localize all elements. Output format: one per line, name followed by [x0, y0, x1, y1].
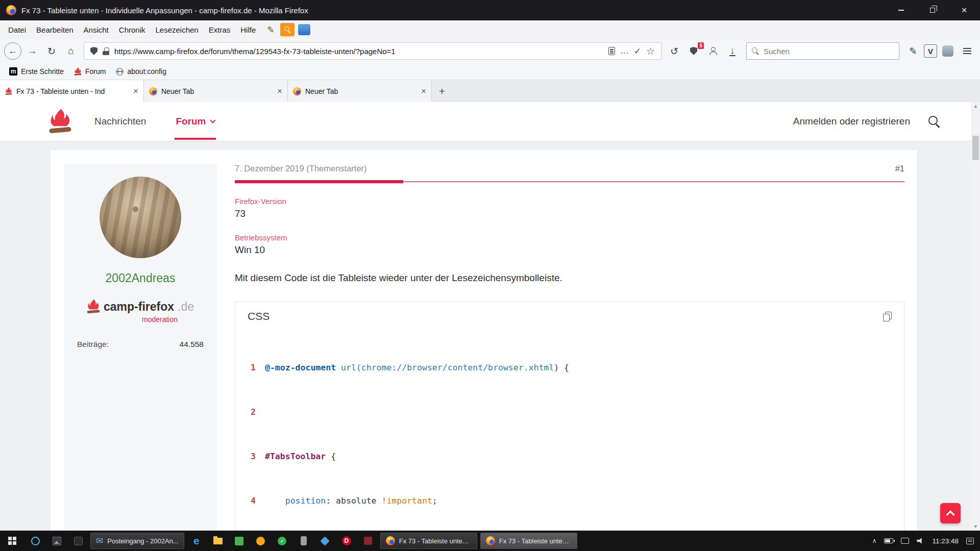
history-icon[interactable]: ↺: [666, 42, 683, 60]
menu-bearbeiten[interactable]: Bearbeiten: [31, 20, 79, 39]
post-body-text: Mit diesem Code ist die Tableiste wieder…: [235, 272, 904, 284]
chevron-up-icon: [946, 510, 955, 519]
url-bar[interactable]: … ✓ ☆: [84, 42, 662, 60]
task-firefox-1[interactable]: Fx 73 - Tableiste unten...: [380, 533, 477, 549]
taskbar-pinned-app-1[interactable]: [24, 531, 46, 551]
tab-neuer-tab-1[interactable]: Neuer Tab ×: [144, 80, 288, 102]
taskbar-pinned-app-11[interactable]: D: [336, 531, 357, 551]
app-icon: [321, 536, 330, 545]
window-controls: ×: [885, 0, 980, 20]
author-brand: camp-firefox.de: [64, 299, 217, 314]
campfire-logo[interactable]: [48, 108, 72, 135]
folder-addon-icon[interactable]: [297, 23, 311, 36]
brand-name: camp-firefox: [104, 300, 174, 314]
task-mail-client[interactable]: ✉ Posteingang - 2002An...: [90, 533, 184, 549]
task-firefox-2[interactable]: Fx 73 - Tableiste unten...: [480, 533, 577, 549]
tray-expand-icon[interactable]: ∧: [872, 537, 877, 544]
page-scrollbar[interactable]: ▲ ▼: [971, 102, 980, 531]
menu-chronik[interactable]: Chronik: [114, 20, 151, 39]
reader-mode-icon[interactable]: [608, 47, 615, 55]
violentmonkey-addon-icon[interactable]: V: [924, 44, 937, 58]
bookmark-about-config[interactable]: about:config: [111, 63, 171, 80]
restore-icon: [930, 8, 935, 13]
note-addon-icon[interactable]: ✎: [263, 23, 278, 36]
taskbar-pinned-app-10[interactable]: [314, 531, 336, 551]
menu-lesezeichen[interactable]: Lesezeichen: [150, 20, 203, 39]
menu-datei[interactable]: Datei: [3, 20, 31, 39]
clock[interactable]: 11:23:48: [932, 537, 959, 545]
new-tab-button[interactable]: +: [432, 80, 452, 102]
field-value-firefox-version: 73: [235, 208, 904, 219]
login-link[interactable]: Anmelden oder registrieren: [793, 116, 910, 127]
notification-center-icon[interactable]: [966, 538, 974, 544]
mozilla-favicon: m: [9, 67, 17, 76]
volume-icon[interactable]: [917, 538, 924, 544]
post-number-link[interactable]: #1: [895, 164, 904, 173]
shield-icon: [690, 47, 697, 55]
start-button[interactable]: [0, 531, 24, 551]
scrollbar-down-arrow[interactable]: ▼: [971, 522, 980, 531]
taskbar-pinned-app-8[interactable]: ✓: [272, 531, 293, 551]
menu-button[interactable]: [959, 42, 976, 60]
url-input[interactable]: [114, 47, 603, 56]
taskbar-pinned-app-6[interactable]: [229, 531, 250, 551]
tab-camp-firefox[interactable]: Fx 73 - Tableiste unten - Ind ×: [0, 80, 144, 102]
copy-code-icon[interactable]: [883, 312, 892, 321]
forward-button[interactable]: →: [23, 42, 41, 60]
taskbar-pinned-app-2[interactable]: [46, 531, 67, 551]
pocket-icon[interactable]: ✓: [634, 46, 641, 57]
app-icon: [31, 537, 40, 545]
lock-icon[interactable]: [103, 47, 109, 55]
page-actions-icon[interactable]: …: [620, 46, 629, 56]
blue-addon-icon: [298, 24, 310, 35]
screen: Fx 73 - Tableiste unten - Individuelle A…: [0, 0, 980, 551]
app-icon: [364, 537, 372, 545]
bookmark-star-icon[interactable]: ☆: [646, 45, 655, 57]
search-addon-icon[interactable]: [280, 23, 295, 36]
firefox-icon: [386, 536, 395, 545]
avatar[interactable]: [100, 177, 181, 258]
taskbar-pinned-app-7[interactable]: [250, 531, 272, 551]
tracking-protection-icon[interactable]: [90, 47, 97, 55]
nav-nachrichten[interactable]: Nachrichten: [94, 116, 146, 127]
bookmark-forum[interactable]: Forum: [69, 63, 111, 80]
tab-close-icon[interactable]: ×: [277, 86, 282, 96]
firefox-logo-icon: [6, 5, 16, 15]
bookmark-erste-schritte[interactable]: m Erste Schritte: [4, 63, 69, 80]
tab-neuer-tab-2[interactable]: Neuer Tab ×: [288, 80, 432, 102]
menu-hilfe[interactable]: Hilfe: [235, 20, 261, 39]
home-button[interactable]: ⌂: [62, 42, 80, 60]
menu-extras[interactable]: Extras: [204, 20, 236, 39]
search-input[interactable]: [764, 47, 894, 56]
display-icon[interactable]: [901, 538, 909, 544]
window-close-button[interactable]: ×: [948, 0, 980, 20]
account-icon[interactable]: [704, 42, 722, 60]
edit-addon-icon[interactable]: ✎: [904, 42, 922, 60]
nav-forum[interactable]: Forum: [176, 116, 214, 127]
window-restore-button[interactable]: [917, 0, 948, 20]
menu-ansicht[interactable]: Ansicht: [79, 20, 114, 39]
taskbar-pinned-app-3[interactable]: [67, 531, 89, 551]
taskbar-pinned-app-4[interactable]: e: [186, 531, 207, 551]
battery-icon[interactable]: [884, 538, 893, 543]
bookmarks-bar: m Erste Schritte Forum about:config: [0, 63, 980, 80]
taskbar-pinned-app-12[interactable]: [357, 531, 379, 551]
scrollbar-thumb[interactable]: [972, 136, 979, 160]
tab-close-icon[interactable]: ×: [133, 86, 138, 96]
taskbar-pinned-app-9[interactable]: [293, 531, 314, 551]
site-search-icon[interactable]: [928, 116, 940, 127]
scrollbar-up-arrow[interactable]: ▲: [971, 102, 980, 110]
scroll-to-top-button[interactable]: [940, 503, 961, 523]
search-bar[interactable]: [746, 42, 899, 60]
author-name[interactable]: 2002Andreas: [64, 271, 217, 285]
reload-button[interactable]: ↻: [43, 42, 60, 60]
downloads-icon[interactable]: ↓: [724, 42, 741, 60]
back-button[interactable]: ←: [4, 42, 21, 60]
author-column: 2002Andreas camp-firefox.de moderation B…: [64, 164, 217, 531]
taskbar-pinned-app-5[interactable]: [207, 531, 229, 551]
tab-close-icon[interactable]: ×: [421, 86, 426, 96]
app-icon: [256, 537, 265, 545]
addon-icon[interactable]: [939, 42, 957, 60]
adblock-shield-icon[interactable]: 5: [685, 42, 702, 60]
window-minimize-button[interactable]: [885, 0, 917, 20]
